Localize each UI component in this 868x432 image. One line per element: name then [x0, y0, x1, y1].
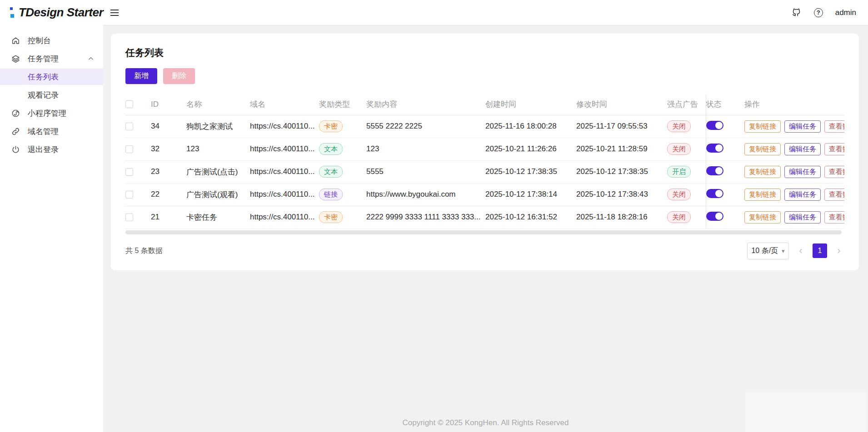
- sidebar-item-小程序管理[interactable]: 小程序管理: [0, 105, 103, 121]
- cell-created: 2025-10-12 17:38:14: [485, 183, 576, 206]
- view-data-button[interactable]: 查看数据: [824, 189, 844, 201]
- current-page-button[interactable]: 1: [813, 243, 827, 258]
- edit-task-button[interactable]: 编辑任务: [784, 166, 821, 178]
- sidebar-item-控制台[interactable]: 控制台: [0, 32, 103, 49]
- sidebar-item-label: 域名管理: [28, 126, 59, 137]
- prev-page-button[interactable]: ‹: [795, 243, 806, 258]
- cell-id: 34: [151, 115, 186, 138]
- sidebar-item-label: 小程序管理: [28, 108, 66, 119]
- edit-task-button[interactable]: 编辑任务: [784, 189, 821, 201]
- sidebar-item-label: 观看记录: [28, 90, 59, 100]
- row-checkbox[interactable]: [125, 168, 133, 176]
- cell-domain: https://cs.400110...: [250, 160, 319, 183]
- cell-name: 广告测试(观看): [186, 183, 250, 206]
- table-row: 22广告测试(观看)https://cs.400110...链接https://…: [125, 183, 844, 206]
- status-toggle[interactable]: [706, 121, 723, 130]
- force-ad-tag: 关闭: [667, 120, 691, 132]
- cell-name: 狗凯之家测试: [186, 115, 250, 138]
- github-icon[interactable]: [792, 8, 802, 18]
- status-toggle[interactable]: [706, 212, 723, 221]
- view-data-button[interactable]: 查看数据: [824, 166, 844, 178]
- row-checkbox[interactable]: [125, 145, 133, 153]
- delete-button[interactable]: 删除: [163, 68, 195, 84]
- user-menu[interactable]: admin: [835, 8, 856, 17]
- cell-reward-content: https://www.bygoukai.com: [366, 183, 485, 206]
- status-toggle[interactable]: [706, 166, 723, 175]
- cell-created: 2025-10-21 11:26:26: [485, 138, 576, 160]
- cell-reward-content: 5555: [366, 160, 485, 183]
- cell-modified: 2025-10-12 17:38:35: [576, 160, 667, 183]
- cell-reward-content: 123: [366, 138, 485, 160]
- table-row: 23广告测试(点击)https://cs.400110...文本55552025…: [125, 160, 844, 183]
- cell-created: 2025-10-12 17:38:35: [485, 160, 576, 183]
- copy-link-button[interactable]: 复制链接: [744, 120, 781, 133]
- cell-id: 22: [151, 183, 186, 206]
- reward-type-tag: 链接: [319, 189, 343, 200]
- page-title: 任务列表: [125, 46, 844, 59]
- sidebar-item-label: 退出登录: [28, 144, 59, 155]
- cell-domain: https://cs.400110...: [250, 206, 319, 228]
- home-icon: [11, 36, 20, 45]
- status-toggle[interactable]: [706, 189, 723, 198]
- table-horizontal-scrollbar[interactable]: [125, 230, 842, 234]
- table-row: 34狗凯之家测试https://cs.400110...卡密5555 2222 …: [125, 115, 844, 138]
- cell-id: 32: [151, 138, 186, 160]
- view-data-button[interactable]: 查看数据: [824, 211, 844, 223]
- table-row: 21卡密任务https://cs.400110...卡密2222 9999 33…: [125, 206, 844, 228]
- app-logo[interactable]: TDesign Starter: [0, 5, 103, 20]
- sidebar-item-label: 控制台: [28, 35, 51, 46]
- hamburger-icon[interactable]: [110, 7, 121, 18]
- cell-created: 2025-10-12 16:31:52: [485, 206, 576, 228]
- cell-modified: 2025-10-21 11:28:59: [576, 138, 667, 160]
- table-header-row: ID 名称 域名 奖励类型 奖励内容 创建时间 修改时间 强点广告 状态 操作: [125, 94, 844, 115]
- app-title: TDesign Starter: [19, 5, 103, 20]
- app-header: TDesign Starter ? admin: [0, 0, 868, 25]
- select-all-checkbox[interactable]: [125, 100, 133, 108]
- cell-created: 2025-11-16 18:00:28: [485, 115, 576, 138]
- edit-task-button[interactable]: 编辑任务: [784, 211, 821, 223]
- cell-reward-content: 5555 2222 2225: [366, 115, 485, 138]
- help-icon[interactable]: ?: [813, 8, 823, 18]
- col-header-name: 名称: [186, 94, 250, 115]
- col-header-domain: 域名: [250, 94, 319, 115]
- sidebar-item-观看记录[interactable]: 观看记录: [0, 87, 103, 103]
- edit-task-button[interactable]: 编辑任务: [784, 120, 821, 133]
- sidebar-item-任务管理[interactable]: 任务管理: [0, 50, 103, 67]
- col-header-created: 创建时间: [485, 94, 576, 115]
- task-table: ID 名称 域名 奖励类型 奖励内容 创建时间 修改时间 强点广告 状态 操作 …: [125, 94, 844, 229]
- status-toggle[interactable]: [706, 144, 723, 153]
- view-data-button[interactable]: 查看数据: [824, 120, 844, 133]
- row-checkbox[interactable]: [125, 191, 133, 199]
- copy-link-button[interactable]: 复制链接: [744, 166, 781, 178]
- add-button[interactable]: 新增: [125, 68, 157, 84]
- sidebar-item-label: 任务列表: [28, 72, 59, 82]
- reward-type-tag: 卡密: [319, 211, 343, 223]
- reward-type-tag: 文本: [319, 143, 343, 155]
- row-checkbox[interactable]: [125, 214, 133, 221]
- next-page-button[interactable]: ›: [833, 243, 844, 258]
- copy-link-button[interactable]: 复制链接: [744, 143, 781, 155]
- sidebar-item-退出登录[interactable]: 退出登录: [0, 141, 103, 158]
- view-data-button[interactable]: 查看数据: [824, 143, 844, 155]
- copy-link-button[interactable]: 复制链接: [744, 211, 781, 223]
- table-row: 32123https://cs.400110...文本1232025-10-21…: [125, 138, 844, 160]
- chevron-up-icon: [88, 55, 94, 62]
- cell-domain: https://cs.400110...: [250, 115, 319, 138]
- force-ad-tag: 关闭: [667, 189, 691, 200]
- cell-modified: 2025-11-17 09:55:53: [576, 115, 667, 138]
- cell-name: 广告测试(点击): [186, 160, 250, 183]
- main-content: 任务列表 新增 删除 ID 名称 域名 奖励类型 奖励内容 创建时间: [103, 25, 868, 432]
- sidebar-item-label: 任务管理: [28, 54, 59, 64]
- force-ad-tag: 关闭: [667, 143, 691, 155]
- copy-link-button[interactable]: 复制链接: [744, 189, 781, 201]
- row-checkbox[interactable]: [125, 123, 133, 130]
- power-icon: [11, 145, 20, 154]
- logo-icon: [10, 6, 13, 20]
- page-size-select[interactable]: 10 条/页 ▾: [747, 243, 789, 259]
- cell-name: 123: [186, 138, 250, 160]
- edit-task-button[interactable]: 编辑任务: [784, 143, 821, 155]
- col-header-reward-content: 奖励内容: [366, 94, 485, 115]
- sidebar-item-域名管理[interactable]: 域名管理: [0, 123, 103, 139]
- cell-name: 卡密任务: [186, 206, 250, 228]
- sidebar-item-任务列表[interactable]: 任务列表: [0, 69, 103, 85]
